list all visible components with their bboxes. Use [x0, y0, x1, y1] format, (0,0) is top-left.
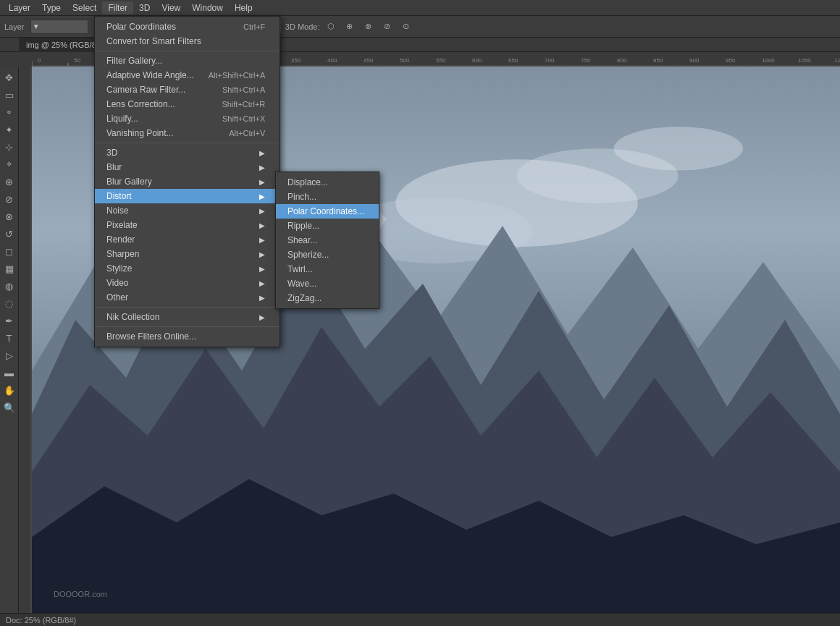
svg-text:450: 450	[364, 57, 374, 64]
filter-polar-coordinates[interactable]: Polar Coordinates Ctrl+F	[95, 20, 280, 34]
svg-rect-32	[19, 67, 32, 613]
3d-btn2[interactable]: ⊕	[342, 19, 358, 35]
menu-filter[interactable]: Filter	[102, 1, 133, 14]
brush-tool[interactable]: ⊘	[1, 191, 17, 207]
submenu-arrow: ▶	[259, 265, 265, 273]
move-tool[interactable]: ✥	[1, 69, 17, 85]
menu-item-label: 3D	[106, 148, 117, 158]
crop-tool[interactable]: ⊹	[1, 139, 17, 155]
distort-submenu: Displace... Pinch... Polar Coordinates..…	[275, 172, 379, 309]
menu-item-label: Ripple...	[287, 221, 319, 231]
submenu-arrow: ▶	[259, 250, 265, 258]
filter-noise[interactable]: Noise ▶	[95, 203, 280, 218]
filter-browse-online[interactable]: Browse Filters Online...	[95, 329, 280, 344]
distort-shear[interactable]: Shear...	[276, 233, 379, 248]
filter-camera-raw[interactable]: Camera Raw Filter... Shift+Ctrl+A	[95, 83, 280, 97]
distort-twirl[interactable]: Twirl...	[276, 262, 379, 276]
menu-layer[interactable]: Layer	[3, 1, 36, 14]
menu-select[interactable]: Select	[67, 1, 102, 14]
lasso-tool[interactable]: ⚬	[1, 104, 17, 120]
dodge-tool[interactable]: ◌	[1, 295, 17, 311]
menu-item-shortcut: Alt+Shift+Ctrl+A	[209, 71, 266, 80]
clone-tool[interactable]: ⊗	[1, 208, 17, 224]
svg-text:1050: 1050	[798, 57, 811, 64]
distort-spherize[interactable]: Spherize...	[276, 248, 379, 262]
menu-help[interactable]: Help	[229, 1, 259, 14]
filter-3d[interactable]: 3D ▶	[95, 145, 280, 160]
filter-video[interactable]: Video ▶	[95, 276, 280, 290]
menu-3d[interactable]: 3D	[133, 1, 156, 14]
menu-item-label: Stylize	[106, 263, 132, 274]
3d-btn3[interactable]: ⊗	[361, 19, 377, 35]
3d-btn4[interactable]: ⊘	[379, 19, 395, 35]
shape-tool[interactable]: ▬	[1, 365, 17, 381]
menu-item-label: Video	[106, 278, 128, 288]
eyedropper-tool[interactable]: ⌖	[1, 156, 17, 172]
menu-item-label: Browse Filters Online...	[106, 331, 196, 342]
history-tool[interactable]: ↺	[1, 226, 17, 242]
menu-item-label: Blur Gallery	[106, 177, 152, 187]
watermark: DOOOOR.com	[54, 590, 107, 598]
marquee-tool[interactable]: ▭	[1, 87, 17, 103]
filter-nik-collection[interactable]: Nik Collection ▶	[95, 310, 280, 324]
filter-sharpen[interactable]: Sharpen ▶	[95, 247, 280, 261]
filter-vanishing-point[interactable]: Vanishing Point... Alt+Ctrl+V	[95, 126, 280, 140]
menu-item-shortcut: Ctrl+F	[243, 22, 265, 31]
distort-polar-coordinates[interactable]: Polar Coordinates...	[276, 204, 379, 219]
distort-zigzag[interactable]: ZigZag...	[276, 291, 379, 305]
filter-convert-smart[interactable]: Convert for Smart Filters	[95, 34, 280, 48]
menu-item-label: Adaptive Wide Angle...	[106, 70, 194, 80]
zoom-tool[interactable]: 🔍	[1, 399, 17, 415]
distort-wave[interactable]: Wave...	[276, 276, 379, 291]
eraser-tool[interactable]: ◻	[1, 243, 17, 259]
svg-text:1100: 1100	[834, 57, 840, 64]
svg-text:750: 750	[581, 57, 591, 64]
distort-displace[interactable]: Displace...	[276, 175, 379, 190]
svg-text:50: 50	[74, 57, 80, 64]
menu-type[interactable]: Type	[36, 1, 67, 14]
submenu-arrow: ▶	[259, 221, 265, 229]
menu-item-label: Polar Coordinates	[106, 22, 176, 32]
filter-blur-gallery[interactable]: Blur Gallery ▶	[95, 174, 280, 189]
heal-tool[interactable]: ⊕	[1, 174, 17, 190]
hand-tool[interactable]: ✋	[1, 382, 17, 398]
type-tool[interactable]: T	[1, 330, 17, 346]
filter-pixelate[interactable]: Pixelate ▶	[95, 218, 280, 232]
path-select-tool[interactable]: ▷	[1, 347, 17, 363]
gradient-tool[interactable]: ▦	[1, 261, 17, 276]
menu-item-label: Wave...	[287, 279, 316, 289]
menu-item-label: Pixelate	[106, 220, 138, 230]
svg-text:950: 950	[726, 57, 736, 64]
menu-item-label: Polar Coordinates...	[287, 206, 364, 216]
svg-text:1000: 1000	[762, 57, 775, 64]
submenu-arrow: ▶	[259, 178, 265, 186]
filter-liquify[interactable]: Liquify... Shift+Ctrl+X	[95, 111, 280, 126]
filter-gallery[interactable]: Filter Gallery...	[95, 54, 280, 68]
submenu-arrow: ▶	[259, 313, 265, 321]
svg-text:350: 350	[291, 57, 301, 64]
menu-item-label: Filter Gallery...	[106, 56, 162, 66]
3d-mode-label: 3D Mode:	[285, 22, 320, 31]
filter-lens-correction[interactable]: Lens Correction... Shift+Ctrl+R	[95, 97, 280, 111]
layer-label: Layer	[4, 22, 25, 31]
filter-distort[interactable]: Distort ▶	[95, 189, 280, 203]
menu-item-label: Liquify...	[106, 114, 138, 124]
3d-btn1[interactable]: ⬡	[323, 19, 339, 35]
submenu-arrow: ▶	[259, 164, 265, 172]
magic-wand-tool[interactable]: ✦	[1, 122, 17, 138]
distort-ripple[interactable]: Ripple...	[276, 219, 379, 233]
menu-view[interactable]: View	[156, 1, 186, 14]
blur-tool[interactable]: ◍	[1, 278, 17, 294]
filter-stylize[interactable]: Stylize ▶	[95, 261, 280, 276]
filter-blur[interactable]: Blur ▶	[95, 160, 280, 174]
distort-pinch[interactable]: Pinch...	[276, 190, 379, 204]
layer-dropdown[interactable]: ▾	[30, 20, 88, 34]
svg-text:900: 900	[689, 57, 700, 64]
filter-adaptive-wide[interactable]: Adaptive Wide Angle... Alt+Shift+Ctrl+A	[95, 68, 280, 83]
menu-window[interactable]: Window	[186, 1, 229, 14]
filter-other[interactable]: Other ▶	[95, 290, 280, 305]
submenu-arrow: ▶	[259, 207, 265, 215]
3d-btn5[interactable]: ⊙	[398, 19, 414, 35]
pen-tool[interactable]: ✒	[1, 313, 17, 329]
filter-render[interactable]: Render ▶	[95, 232, 280, 247]
